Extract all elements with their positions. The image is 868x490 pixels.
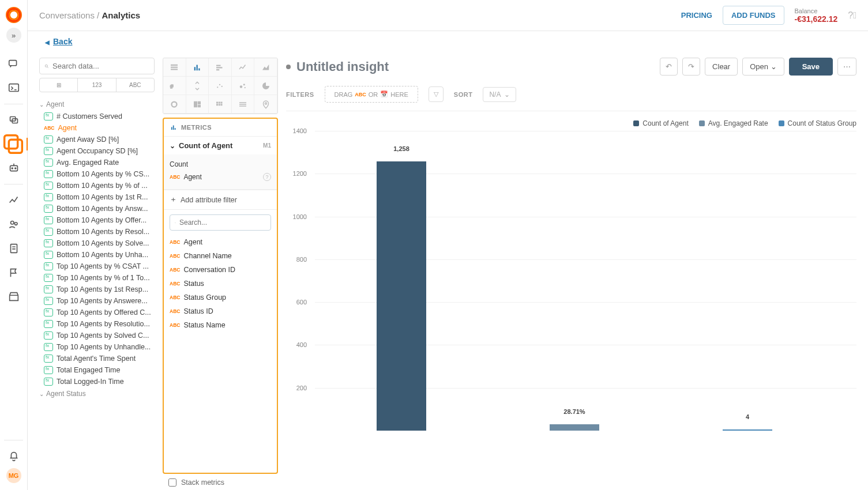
sort-select[interactable]: N/A ⌄ (483, 87, 516, 102)
viz-donut-icon[interactable] (163, 95, 186, 114)
metric-expander[interactable]: ⌄ Count of Agent M1 (164, 137, 277, 154)
data-item[interactable]: Bottom 10 Agents by Offer... (39, 214, 155, 226)
data-item[interactable]: Bottom 10 Agents by 1st R... (39, 191, 155, 203)
abc-icon: ABC (170, 253, 180, 259)
data-item[interactable]: Top 10 Agents by Unhandle... (39, 341, 155, 353)
abc-icon: ABC (170, 174, 180, 180)
viz-bar-icon[interactable] (186, 58, 209, 77)
user-avatar[interactable]: MG (6, 468, 21, 483)
notifications-icon[interactable] (7, 450, 20, 462)
data-item[interactable]: Top 10 Agents by % CSAT ... (39, 261, 155, 272)
abc-icon: ABC (44, 125, 54, 131)
data-search-input[interactable] (52, 62, 149, 70)
viz-geo-icon[interactable] (254, 95, 277, 114)
stack-metrics-toggle[interactable]: Stack metrics (163, 474, 278, 490)
viz-bullet-icon[interactable] (232, 95, 255, 114)
data-item[interactable]: Agent Occupancy SD [%] (39, 145, 155, 157)
attribute-item[interactable]: ABCStatus Name (170, 318, 271, 332)
chart-bar[interactable] (377, 161, 426, 431)
type-tab-all[interactable]: ⊞ (40, 78, 78, 92)
data-item[interactable]: Total Logged-In Time (39, 376, 155, 387)
nav-store-icon[interactable] (7, 291, 20, 303)
viz-scatter-icon[interactable] (209, 77, 232, 95)
chart-bar[interactable] (723, 429, 772, 431)
svg-point-26 (240, 85, 243, 88)
save-button[interactable]: Save (789, 58, 833, 76)
nav-bot-icon[interactable] (7, 162, 20, 175)
data-item[interactable]: Bottom 10 Agents by Solve... (39, 238, 155, 249)
viz-line-icon[interactable] (232, 58, 255, 77)
nav-notes-icon[interactable] (7, 242, 20, 255)
viz-hbar-icon[interactable] (209, 58, 232, 77)
data-item[interactable]: Bottom 10 Agents by % CS... (39, 168, 155, 180)
data-item[interactable]: Top 10 Agents by 1st Resp... (39, 284, 155, 295)
fn-icon (44, 182, 53, 190)
attribute-item[interactable]: ABCAgent (170, 235, 271, 249)
filter-icon[interactable]: ▽ (429, 86, 444, 102)
attribute-item[interactable]: ABCStatus Group (170, 291, 271, 304)
data-item[interactable]: Agent Away SD [%] (39, 134, 155, 145)
viz-kpi-icon[interactable]: # (163, 77, 186, 95)
app-logo[interactable] (6, 7, 22, 23)
attribute-item[interactable]: ABCStatus ID (170, 304, 271, 318)
data-group-header[interactable]: Agent (39, 98, 155, 111)
nav-people-icon[interactable] (0, 138, 28, 150)
abc-icon: ABC (355, 92, 366, 97)
attribute-search[interactable] (170, 214, 271, 231)
data-item[interactable]: Bottom 10 Agents by % of ... (39, 180, 155, 191)
nav-broadcast-icon[interactable] (7, 114, 20, 126)
undo-button[interactable]: ↶ (660, 58, 678, 76)
help-icon[interactable]: ?⃝ (848, 10, 856, 21)
add-attribute-filter[interactable]: ＋ Add attribute filter (164, 190, 277, 210)
viz-area-icon[interactable] (254, 58, 277, 77)
nav-contacts-icon[interactable] (7, 218, 20, 231)
metric-attribute[interactable]: ABC Agent ? (170, 171, 271, 183)
attribute-item[interactable]: ABCConversation ID (170, 263, 271, 277)
back-link[interactable]: Back (45, 37, 72, 46)
stack-metrics-checkbox[interactable] (168, 478, 176, 487)
viz-heatmap-icon[interactable] (209, 95, 232, 114)
nav-analytics-icon[interactable] (7, 194, 20, 206)
open-button[interactable]: Open ⌄ (742, 58, 784, 76)
viz-pie-icon[interactable] (254, 77, 277, 95)
nav-conversations-icon[interactable] (7, 58, 20, 70)
data-item[interactable]: Bottom 10 Agents by Answ... (39, 203, 155, 214)
filter-drop-zone[interactable]: DRAG ABC OR 📅 HERE (325, 86, 418, 103)
svg-rect-35 (221, 101, 223, 103)
data-item[interactable]: Top 10 Agents by Solved C... (39, 330, 155, 341)
sidebar-expand-toggle[interactable]: » (6, 28, 21, 43)
chart-bar[interactable] (550, 424, 599, 431)
clear-button[interactable]: Clear (705, 58, 738, 76)
data-item[interactable]: Top 10 Agents by % of 1 To... (39, 272, 155, 284)
type-tab-text[interactable]: ABC (117, 78, 154, 92)
redo-button[interactable]: ↷ (682, 58, 700, 76)
viz-column2-icon[interactable] (186, 77, 209, 95)
data-item[interactable]: Top 10 Agents by Resolutio... (39, 318, 155, 330)
data-item[interactable]: Total Agent's Time Spent (39, 353, 155, 364)
data-search[interactable] (39, 58, 155, 74)
viz-treemap-icon[interactable] (186, 95, 209, 114)
data-item[interactable]: Total Engaged Time (39, 364, 155, 376)
data-item[interactable]: ABCAgent (39, 122, 155, 134)
data-item[interactable]: # Customers Served (39, 111, 155, 122)
viz-bubble-icon[interactable] (232, 77, 255, 95)
type-tab-numeric[interactable]: 123 (78, 78, 116, 92)
data-item[interactable]: Avg. Engaged Rate (39, 157, 155, 168)
pricing-link[interactable]: PRICING (681, 11, 712, 20)
attribute-search-input[interactable] (179, 218, 266, 227)
info-icon[interactable]: ? (263, 173, 271, 181)
data-item[interactable]: Top 10 Agents by Offered C... (39, 307, 155, 318)
svg-point-7 (12, 168, 13, 169)
add-funds-button[interactable]: ADD FUNDS (723, 6, 784, 25)
nav-flag-icon[interactable] (7, 266, 20, 279)
data-item[interactable]: Bottom 10 Agents by Unha... (39, 249, 155, 261)
viz-table-icon[interactable] (163, 58, 186, 77)
attribute-item[interactable]: ABCChannel Name (170, 249, 271, 263)
data-group-header[interactable]: Agent Status (39, 387, 155, 400)
more-button[interactable]: ⋯ (837, 58, 856, 76)
nav-terminal-icon[interactable] (7, 82, 20, 95)
data-item[interactable]: Top 10 Agents by Answere... (39, 295, 155, 307)
data-item[interactable]: Bottom 10 Agents by Resol... (39, 226, 155, 238)
attribute-item[interactable]: ABCStatus (170, 277, 271, 291)
insight-title[interactable]: Untitled insight (296, 59, 389, 74)
